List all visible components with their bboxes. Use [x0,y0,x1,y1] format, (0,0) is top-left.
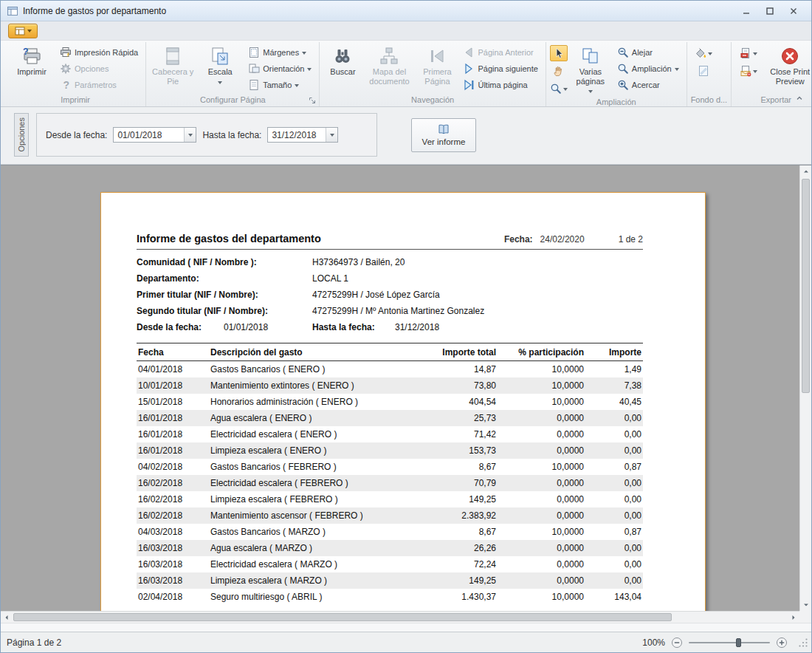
ribbon-group-ampliacion: Varias páginas Alejar Ampliación [546,42,687,106]
magnifier-tool-button[interactable] [550,81,568,97]
page-size-button[interactable]: Tamaño [244,78,315,92]
table-cell: 16/02/2018 [137,475,209,491]
ribbon-tab-row [1,21,811,41]
table-cell: 10,0000 [498,377,585,394]
document-map-icon [379,47,399,66]
fill-color-icon [695,47,706,59]
statusbar: Página 1 de 2 100% [1,632,811,652]
hand-tool-button[interactable] [550,63,568,79]
zoom-slider-thumb[interactable] [736,638,741,647]
view-report-button[interactable]: Ver informe [411,118,476,152]
send-email-button[interactable] [735,63,762,79]
report-title: Informe de gastos del departamento [137,233,321,245]
preview-bottom-strip [1,623,811,632]
orientation-button[interactable]: Orientación [244,61,315,76]
ribbon: Imprimir Impresión Rápida Opciones Parám… [1,41,811,107]
from-date-combo[interactable]: 01/01/2018 [113,127,196,143]
table-row: 16/03/2018Limpieza escalera ( MARZO )149… [137,572,643,589]
zoom-in-button[interactable]: Acercar [613,78,683,92]
vertical-scroll-thumb[interactable] [802,179,810,393]
zoom-slider-track[interactable] [689,642,770,643]
pointer-icon [553,47,565,59]
ribbon-menu-button[interactable] [8,24,38,38]
table-cell: 04/02/2018 [137,459,209,475]
table-cell: 2.383,92 [408,507,498,524]
ribbon-group-configurar-pagina: Cabecera y Pie Escala Márgenes Orien [146,42,320,106]
report-field-row: Primer titular (NIF / Nombre):47275299H … [137,287,643,303]
table-cell: 10/01/2018 [137,377,209,394]
chevron-down-icon [330,134,334,139]
to-date-label: Hasta la fecha: [202,130,261,140]
question-icon [60,79,72,91]
print-button[interactable]: Imprimir [9,44,55,78]
table-cell: 10,0000 [498,394,585,410]
export-document-button[interactable] [735,45,762,61]
table-cell: Agua escalera ( ENERO ) [209,410,408,426]
zoom-out-statusbar-button[interactable] [671,637,683,649]
table-cell: 8,67 [408,524,498,540]
table-cell: 0,00 [585,507,643,524]
zoom-out-button[interactable]: Alejar [613,45,683,60]
window-title: Informe de gastos por departamento [23,6,166,16]
report-field-label: Segundo titular (NIF / Nombre): [137,306,312,316]
zoom-in-statusbar-button[interactable] [776,637,788,649]
pointer-tool-button[interactable] [550,45,568,61]
scroll-down-button[interactable] [800,599,811,611]
previous-page-icon [463,47,475,58]
report-book-icon [438,123,450,135]
quick-print-button[interactable]: Impresión Rápida [56,45,142,60]
parameters-button: Parámetros [56,78,142,92]
range-from-value: 01/01/2018 [224,322,312,332]
horizontal-scroll-thumb[interactable] [13,613,672,621]
table-cell: Seguro multiriesgo ( ABRIL ) [209,589,408,605]
from-date-dropdown-button[interactable] [184,128,196,142]
multiple-pages-button[interactable]: Varias páginas [569,44,612,97]
print-preview-area[interactable]: Informe de gastos del departamento Fecha… [1,165,811,623]
margins-button[interactable]: Márgenes [244,45,315,60]
table-cell: 0,00 [585,540,643,556]
zoom-in-icon [617,79,629,91]
horizontal-scrollbar[interactable] [1,611,799,623]
collapse-ribbon-button[interactable] [794,93,805,103]
quick-print-label: Impresión Rápida [75,48,138,57]
to-date-combo[interactable]: 31/12/2018 [267,127,338,143]
titlebar[interactable]: Informe de gastos por departamento [1,1,811,21]
first-page-label: Primera Página [417,67,457,86]
close-print-preview-button[interactable]: Close Print Preview [763,44,811,87]
print-options-label: Opciones [75,64,109,73]
report-date-label: Fecha: [504,234,533,245]
vertical-scrollbar[interactable] [799,165,811,611]
next-page-button[interactable]: Página siguiente [459,61,541,76]
search-button[interactable]: Buscar [323,44,362,78]
arrow-up-icon [802,168,810,175]
scroll-left-button[interactable] [1,612,13,623]
table-cell: Limpieza escalera ( ENERO ) [209,442,408,459]
maximize-button[interactable] [764,5,776,17]
table-cell: 0,0000 [498,540,585,556]
table-cell: 149,25 [408,572,498,589]
watermark-button[interactable] [691,63,716,79]
chevron-down-icon [753,70,757,75]
scale-button[interactable]: Escala [197,44,243,88]
ribbon-group-label-fondo: Fondo d... [691,95,728,106]
close-button[interactable] [788,5,799,17]
scroll-up-button[interactable] [800,165,811,177]
last-page-button[interactable]: Última página [459,78,541,92]
dialog-launcher-button[interactable] [308,96,317,105]
to-date-dropdown-button[interactable] [326,128,337,142]
scroll-right-button[interactable] [788,612,799,623]
table-cell: 149,25 [408,491,498,507]
chevron-down-icon [753,52,757,58]
first-page-button: Primera Página [416,44,458,87]
margins-label: Márgenes [263,48,299,57]
resize-grip-icon[interactable] [798,637,808,648]
minimize-button[interactable] [740,5,752,17]
next-page-icon [463,63,475,75]
header-footer-button: Cabecera y Pie [150,44,196,87]
page-color-button[interactable] [691,45,716,61]
report-table-header-row: FechaDescripción del gastoImporte total%… [137,343,643,361]
report-date-value: 24/02/2020 [540,234,585,245]
zoom-slider[interactable] [689,636,770,649]
zoom-dropdown-button[interactable]: Ampliación [613,61,683,76]
scale-icon [210,47,230,66]
